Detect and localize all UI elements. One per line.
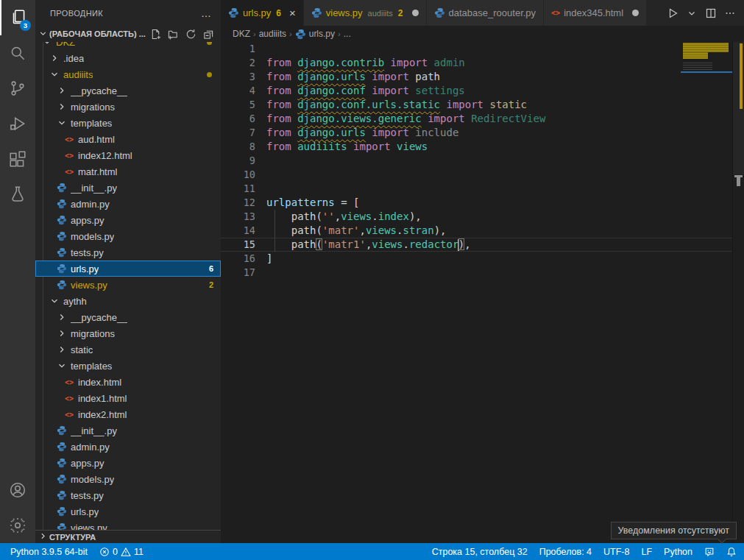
close-icon[interactable]: ×: [289, 7, 296, 18]
line-number[interactable]: 10: [221, 168, 266, 182]
editor-scrollbar[interactable]: [732, 42, 744, 543]
tree-item-templates[interactable]: templates: [35, 115, 221, 131]
line-number[interactable]: 6: [221, 112, 266, 126]
tree-item-index2.html[interactable]: <>index2.html: [35, 406, 221, 422]
tree-item-static[interactable]: static: [35, 341, 221, 358]
status-eol-sequence[interactable]: LF: [641, 547, 652, 557]
code-line-3[interactable]: 3from django.urls import path: [221, 70, 744, 84]
split-editor-icon[interactable]: [703, 5, 719, 21]
line-number[interactable]: 15: [221, 238, 266, 252]
line-number[interactable]: 13: [221, 210, 266, 224]
tree-item-tests.py[interactable]: tests.py: [35, 244, 221, 260]
code-line-6[interactable]: 6from django.views.generic import Redire…: [221, 112, 744, 126]
line-number[interactable]: 7: [221, 126, 266, 140]
tree-item-urls.py[interactable]: urls.py6: [35, 260, 221, 277]
tree-item-index.html[interactable]: <>index.html: [35, 374, 221, 390]
tab-urls.py[interactable]: urls.py6×: [221, 0, 304, 26]
activity-run-and-debug-icon[interactable]: [0, 106, 35, 141]
code-line-11[interactable]: 11: [221, 182, 744, 196]
status-problems[interactable]: 011: [99, 547, 144, 557]
line-number[interactable]: 11: [221, 182, 266, 196]
activity-manage-icon[interactable]: [0, 508, 35, 543]
tree-item-index12.html[interactable]: <>index12.html: [35, 147, 221, 163]
code-line-16[interactable]: 16]: [221, 252, 744, 266]
tree-item-migrations[interactable]: migrations: [35, 325, 221, 341]
tree-item-__init__.py[interactable]: __init__.py: [35, 422, 221, 439]
tree-item-apps.py[interactable]: apps.py: [35, 212, 221, 228]
tree-item-apps.py[interactable]: apps.py: [35, 455, 221, 471]
new-file-icon[interactable]: [149, 27, 162, 40]
explorer-more-actions-icon[interactable]: …: [201, 7, 212, 19]
line-number[interactable]: 3: [221, 70, 266, 84]
tree-item-__pycache__[interactable]: __pycache__: [35, 82, 221, 99]
breadcrumb-item-...[interactable]: ...: [344, 29, 351, 39]
dirty-dot-icon[interactable]: [632, 10, 639, 16]
tree-item-index1.html[interactable]: <>index1.html: [35, 390, 221, 406]
tree-item-templates[interactable]: templates: [35, 358, 221, 374]
minimap[interactable]: [681, 42, 732, 543]
tree-item-DKZ[interactable]: DKZ: [35, 42, 221, 50]
line-number[interactable]: 2: [221, 56, 266, 70]
run-dropdown-icon[interactable]: [684, 5, 700, 21]
tree-item-aythh[interactable]: aythh: [35, 293, 221, 309]
code-line-10[interactable]: 10: [221, 168, 744, 182]
breadcrumb-item-audiiits[interactable]: audiiits: [259, 29, 286, 39]
line-number[interactable]: 5: [221, 98, 266, 112]
run-icon[interactable]: [665, 5, 681, 21]
line-number[interactable]: 12: [221, 196, 266, 210]
code-line-7[interactable]: 7from django.urls import include: [221, 126, 744, 140]
status-language-mode[interactable]: Python: [664, 547, 692, 557]
tab-views.py[interactable]: views.pyaudiiits2: [304, 0, 427, 26]
outline-section-header[interactable]: СТРУКТУРА: [35, 530, 221, 543]
activity-explorer-icon[interactable]: 3: [0, 0, 35, 35]
tree-item-models.py[interactable]: models.py: [35, 471, 221, 487]
more-actions-icon[interactable]: [722, 5, 738, 21]
tree-item-urls.py[interactable]: urls.py: [35, 503, 221, 520]
code-line-4[interactable]: 4from django.conf import settings: [221, 84, 744, 98]
tree-item-migrations[interactable]: migrations: [35, 99, 221, 115]
activity-source-control-icon[interactable]: [0, 71, 35, 106]
status-notifications[interactable]: [726, 547, 737, 557]
code-line-9[interactable]: 9: [221, 154, 744, 168]
breadcrumb-item-DKZ[interactable]: DKZ: [233, 29, 250, 39]
status-indentation[interactable]: Пробелов: 4: [539, 547, 592, 557]
code-line-13[interactable]: 13 path('',views.index),: [221, 210, 744, 224]
tree-item-aud.html[interactable]: <>aud.html: [35, 131, 221, 147]
tree-item-matr.html[interactable]: <>matr.html: [35, 163, 221, 180]
tree-item-__init__.py[interactable]: __init__.py: [35, 180, 221, 196]
tree-item-views.py[interactable]: views.py: [35, 520, 221, 530]
line-number[interactable]: 4: [221, 84, 266, 98]
activity-accounts-icon[interactable]: [0, 472, 35, 508]
tab-database_roouter.py[interactable]: database_roouter.py: [427, 0, 545, 26]
new-folder-icon[interactable]: [166, 27, 180, 40]
tab-index345.html[interactable]: <>index345.html: [544, 0, 647, 26]
code-line-5[interactable]: 5from django.conf.urls.static import sta…: [221, 98, 744, 112]
dirty-dot-icon[interactable]: [412, 10, 419, 16]
status-encoding[interactable]: UTF-8: [603, 547, 629, 557]
status-python-interpreter[interactable]: Python 3.9.5 64-bit: [10, 547, 88, 557]
tree-item-.idea[interactable]: .idea: [35, 50, 221, 66]
code-line-2[interactable]: 2from django.contrib import admin: [221, 56, 744, 70]
line-number[interactable]: 1: [221, 42, 266, 56]
line-number[interactable]: 8: [221, 140, 266, 154]
code-line-17[interactable]: 17: [221, 266, 744, 280]
tree-item-models.py[interactable]: models.py: [35, 228, 221, 244]
code-line-14[interactable]: 14 path('matr',views.stran),: [221, 224, 744, 238]
line-number[interactable]: 9: [221, 154, 266, 168]
tree-item-views.py[interactable]: views.py2: [35, 277, 221, 293]
code-line-1[interactable]: 1: [221, 42, 744, 56]
activity-testing-icon[interactable]: [0, 177, 35, 212]
activity-extensions-icon[interactable]: [0, 141, 35, 177]
code-line-15[interactable]: 15 path('matr1',views.redactor),: [221, 238, 744, 252]
code-line-8[interactable]: 8from audiiits import views: [221, 140, 744, 154]
tree-item-admin.py[interactable]: admin.py: [35, 439, 221, 455]
line-number[interactable]: 17: [221, 266, 266, 280]
breadcrumb-item-urls.py[interactable]: urls.py: [295, 29, 335, 40]
tree-item-tests.py[interactable]: tests.py: [35, 487, 221, 503]
workspace-section-header[interactable]: (РАБОЧАЯ ОБЛАСТЬ) ...: [35, 26, 221, 42]
activity-search-icon[interactable]: [0, 35, 35, 71]
status-feedback[interactable]: [704, 547, 715, 557]
status-cursor-position[interactable]: Строка 15, столбец 32: [432, 547, 528, 557]
code-editor[interactable]: 12from django.contrib import admin3from …: [221, 42, 744, 543]
refresh-explorer-icon[interactable]: [184, 27, 197, 40]
